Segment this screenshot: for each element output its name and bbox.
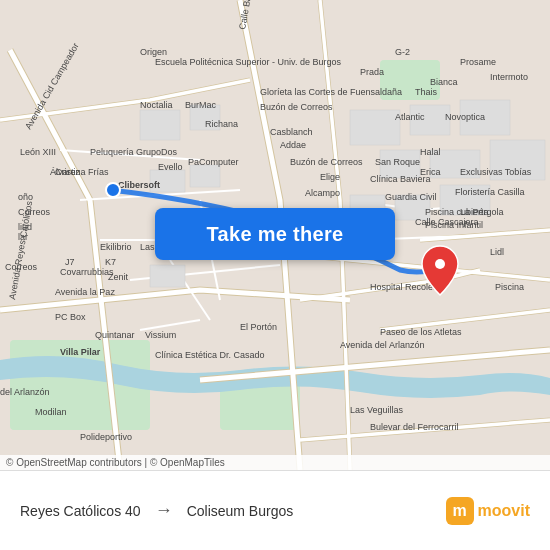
svg-text:Intermoto: Intermoto: [490, 72, 528, 82]
svg-text:J7: J7: [65, 257, 75, 267]
svg-text:Piscina cubierta: Piscina cubierta: [425, 207, 489, 217]
svg-rect-19: [150, 265, 185, 287]
svg-text:El Portón: El Portón: [240, 322, 277, 332]
svg-text:Piscina Infantil: Piscina Infantil: [425, 220, 483, 230]
svg-text:oño: oño: [18, 192, 33, 202]
svg-text:Alcampo: Alcampo: [305, 188, 340, 198]
svg-text:Bulevar del Ferrocarril: Bulevar del Ferrocarril: [370, 422, 459, 432]
svg-text:Villa Pilar: Villa Pilar: [60, 347, 101, 357]
svg-text:Lidl: Lidl: [490, 247, 504, 257]
svg-text:Ekilibrio: Ekilibrio: [100, 242, 132, 252]
svg-text:Buzón de Correos: Buzón de Correos: [290, 157, 363, 167]
svg-text:Avenida del Arlanzón: Avenida del Arlanzón: [340, 340, 424, 350]
svg-text:del Arlanzón: del Arlanzón: [0, 387, 50, 397]
svg-text:Vissium: Vissium: [145, 330, 176, 340]
svg-text:Peluquería GrupoDos: Peluquería GrupoDos: [90, 147, 178, 157]
svg-point-92: [435, 259, 445, 269]
svg-text:Cristina Frías: Cristina Frías: [55, 167, 109, 177]
svg-text:Richana: Richana: [205, 119, 238, 129]
svg-text:liud: liud: [18, 222, 32, 232]
svg-text:Clínica Estética Dr. Casado: Clínica Estética Dr. Casado: [155, 350, 265, 360]
take-me-there-label: Take me there: [207, 223, 344, 246]
svg-text:Halal: Halal: [420, 147, 441, 157]
svg-text:Covarrubbias: Covarrubbias: [60, 267, 114, 277]
svg-text:Buzón de Correos: Buzón de Correos: [260, 102, 333, 112]
map-attribution: © OpenStreetMap contributors | © OpenMap…: [0, 455, 550, 470]
attribution-text: © OpenStreetMap contributors | © OpenMap…: [6, 457, 225, 468]
svg-rect-6: [350, 110, 400, 145]
svg-text:Novoptica: Novoptica: [445, 112, 485, 122]
svg-text:K7: K7: [105, 257, 116, 267]
svg-text:Guardia Civil: Guardia Civil: [385, 192, 437, 202]
svg-text:Avenida la Paz: Avenida la Paz: [55, 287, 115, 297]
svg-text:Paseo de los Atletas: Paseo de los Atletas: [380, 327, 462, 337]
svg-text:Exclusivas Tobías: Exclusivas Tobías: [460, 167, 532, 177]
moovit-logo-text: moovit: [478, 502, 530, 520]
svg-text:Quintanar: Quintanar: [95, 330, 135, 340]
svg-text:Correos: Correos: [5, 262, 38, 272]
svg-text:Origen: Origen: [140, 47, 167, 57]
svg-text:Prada: Prada: [360, 67, 384, 77]
moovit-logo: m moovit: [446, 497, 530, 525]
svg-text:Addae: Addae: [280, 140, 306, 150]
svg-text:Piscina: Piscina: [495, 282, 524, 292]
svg-text:Prosame: Prosame: [460, 57, 496, 67]
svg-text:Atlantic: Atlantic: [395, 112, 425, 122]
svg-text:Elige: Elige: [320, 172, 340, 182]
svg-text:San Roque: San Roque: [375, 157, 420, 167]
svg-text:León XIII: León XIII: [20, 147, 56, 157]
bottom-bar: Reyes Católicos 40 → Coliseum Burgos m m…: [0, 470, 550, 550]
svg-text:Correos: Correos: [18, 207, 51, 217]
svg-text:Casblanch: Casblanch: [270, 127, 313, 137]
svg-text:Bianca: Bianca: [430, 77, 458, 87]
svg-text:Clínica Baviera: Clínica Baviera: [370, 174, 431, 184]
svg-text:Modilan: Modilan: [35, 407, 67, 417]
svg-text:Polideportivo: Polideportivo: [80, 432, 132, 442]
svg-text:Noctalia: Noctalia: [140, 100, 173, 110]
svg-text:PaComputer: PaComputer: [188, 157, 239, 167]
svg-text:Zenit: Zenit: [108, 272, 129, 282]
destination-label: Coliseum Burgos: [187, 503, 294, 519]
svg-text:G-2: G-2: [395, 47, 410, 57]
svg-point-90: [106, 183, 120, 197]
moovit-logo-icon: m: [446, 497, 474, 525]
svg-text:Thais: Thais: [415, 87, 438, 97]
svg-rect-16: [190, 165, 220, 187]
map-container: Avenida Cid Campeador Avenida Reyes Cató…: [0, 0, 550, 470]
svg-text:Las Veguillas: Las Veguillas: [350, 405, 404, 415]
svg-text:BurMac: BurMac: [185, 100, 217, 110]
svg-rect-4: [140, 110, 180, 140]
svg-text:Clibersoft: Clibersoft: [118, 180, 160, 190]
svg-text:PC Box: PC Box: [55, 312, 86, 322]
take-me-there-button[interactable]: Take me there: [155, 208, 395, 260]
svg-text:Floristería Casilla: Floristería Casilla: [455, 187, 525, 197]
svg-text:lar: lar: [18, 232, 28, 242]
svg-text:Escuela Politécnica Superior -: Escuela Politécnica Superior - Univ. de …: [155, 57, 341, 67]
arrow-icon: →: [155, 500, 173, 521]
svg-text:Gloríeta las Cortes de Fuensal: Gloríeta las Cortes de Fuensaldaña: [260, 87, 402, 97]
svg-text:Evello: Evello: [158, 162, 183, 172]
origin-label: Reyes Católicos 40: [20, 503, 141, 519]
